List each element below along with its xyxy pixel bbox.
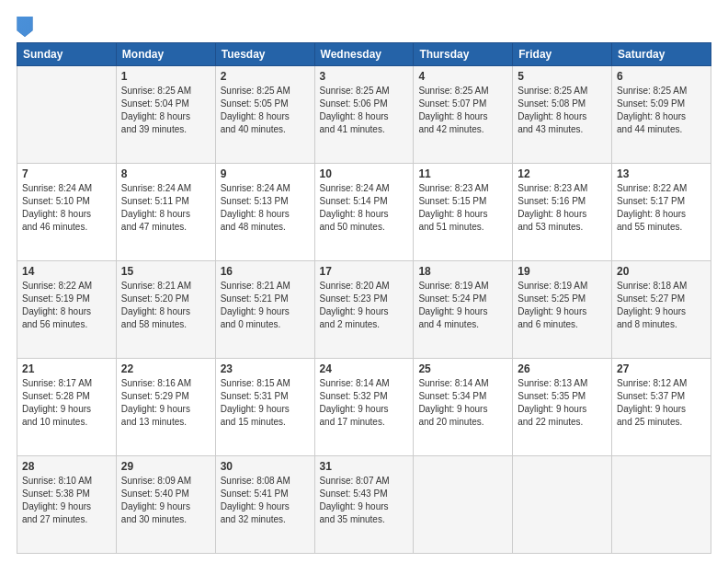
day-info: Sunrise: 8:25 AM Sunset: 5:05 PM Dayligh… [221, 85, 310, 136]
day-info: Sunrise: 8:19 AM Sunset: 5:24 PM Dayligh… [418, 280, 507, 331]
day-info: Sunrise: 8:12 AM Sunset: 5:37 PM Dayligh… [617, 377, 706, 429]
day-cell: 24Sunrise: 8:14 AM Sunset: 5:32 PM Dayli… [314, 359, 414, 456]
day-number: 17 [320, 265, 409, 278]
day-cell: 9Sunrise: 8:24 AM Sunset: 5:13 PM Daylig… [215, 164, 314, 261]
week-row-2: 7Sunrise: 8:24 AM Sunset: 5:10 PM Daylig… [17, 164, 711, 261]
day-info: Sunrise: 8:24 AM Sunset: 5:14 PM Dayligh… [320, 182, 409, 234]
day-number: 4 [418, 70, 507, 83]
day-number: 28 [22, 460, 111, 473]
day-info: Sunrise: 8:25 AM Sunset: 5:07 PM Dayligh… [418, 85, 507, 136]
header-day-saturday: Saturday [612, 43, 711, 66]
day-cell: 11Sunrise: 8:23 AM Sunset: 5:15 PM Dayli… [414, 164, 513, 261]
day-number: 15 [121, 265, 210, 278]
day-cell [513, 456, 612, 554]
calendar: SundayMondayTuesdayWednesdayThursdayFrid… [17, 42, 711, 554]
day-cell: 15Sunrise: 8:21 AM Sunset: 5:20 PM Dayli… [116, 261, 215, 359]
day-cell: 18Sunrise: 8:19 AM Sunset: 5:24 PM Dayli… [414, 261, 513, 359]
day-number: 18 [418, 265, 507, 278]
day-number: 8 [121, 167, 210, 180]
day-number: 22 [121, 362, 210, 375]
header-row: SundayMondayTuesdayWednesdayThursdayFrid… [17, 43, 711, 66]
day-cell: 4Sunrise: 8:25 AM Sunset: 5:07 PM Daylig… [414, 66, 513, 164]
day-info: Sunrise: 8:21 AM Sunset: 5:21 PM Dayligh… [221, 280, 310, 331]
week-row-1: 1Sunrise: 8:25 AM Sunset: 5:04 PM Daylig… [17, 66, 711, 164]
day-info: Sunrise: 8:25 AM Sunset: 5:09 PM Dayligh… [617, 85, 706, 136]
day-info: Sunrise: 8:24 AM Sunset: 5:13 PM Dayligh… [221, 182, 310, 234]
day-cell: 2Sunrise: 8:25 AM Sunset: 5:05 PM Daylig… [215, 66, 314, 164]
day-cell: 10Sunrise: 8:24 AM Sunset: 5:14 PM Dayli… [314, 164, 414, 261]
day-number: 5 [518, 70, 607, 83]
day-info: Sunrise: 8:23 AM Sunset: 5:16 PM Dayligh… [518, 182, 607, 234]
day-number: 12 [518, 167, 607, 180]
day-info: Sunrise: 8:23 AM Sunset: 5:15 PM Dayligh… [418, 182, 507, 234]
day-cell [414, 456, 513, 554]
day-number: 10 [320, 167, 409, 180]
day-cell: 14Sunrise: 8:22 AM Sunset: 5:19 PM Dayli… [17, 261, 117, 359]
day-info: Sunrise: 8:08 AM Sunset: 5:41 PM Dayligh… [221, 475, 310, 526]
logo-icon [17, 17, 33, 37]
header-day-tuesday: Tuesday [215, 43, 314, 66]
day-cell: 22Sunrise: 8:16 AM Sunset: 5:29 PM Dayli… [116, 359, 215, 456]
day-cell: 26Sunrise: 8:13 AM Sunset: 5:35 PM Dayli… [513, 359, 612, 456]
week-row-4: 21Sunrise: 8:17 AM Sunset: 5:28 PM Dayli… [17, 359, 711, 456]
day-info: Sunrise: 8:22 AM Sunset: 5:19 PM Dayligh… [22, 280, 111, 331]
day-info: Sunrise: 8:25 AM Sunset: 5:08 PM Dayligh… [518, 85, 607, 136]
day-number: 29 [121, 460, 210, 473]
day-cell: 17Sunrise: 8:20 AM Sunset: 5:23 PM Dayli… [314, 261, 414, 359]
day-number: 1 [121, 70, 210, 83]
calendar-header: SundayMondayTuesdayWednesdayThursdayFrid… [17, 43, 711, 66]
day-info: Sunrise: 8:20 AM Sunset: 5:23 PM Dayligh… [320, 280, 409, 331]
day-info: Sunrise: 8:17 AM Sunset: 5:28 PM Dayligh… [22, 377, 111, 429]
day-cell [612, 456, 711, 554]
header-day-wednesday: Wednesday [314, 43, 414, 66]
day-cell: 25Sunrise: 8:14 AM Sunset: 5:34 PM Dayli… [414, 359, 513, 456]
day-cell: 12Sunrise: 8:23 AM Sunset: 5:16 PM Dayli… [513, 164, 612, 261]
day-info: Sunrise: 8:15 AM Sunset: 5:31 PM Dayligh… [221, 377, 310, 429]
day-cell: 23Sunrise: 8:15 AM Sunset: 5:31 PM Dayli… [215, 359, 314, 456]
header-day-sunday: Sunday [17, 43, 117, 66]
day-cell: 20Sunrise: 8:18 AM Sunset: 5:27 PM Dayli… [612, 261, 711, 359]
day-cell: 28Sunrise: 8:10 AM Sunset: 5:38 PM Dayli… [17, 456, 117, 554]
day-cell: 19Sunrise: 8:19 AM Sunset: 5:25 PM Dayli… [513, 261, 612, 359]
day-number: 6 [617, 70, 706, 83]
day-info: Sunrise: 8:07 AM Sunset: 5:43 PM Dayligh… [320, 475, 409, 526]
week-row-5: 28Sunrise: 8:10 AM Sunset: 5:38 PM Dayli… [17, 456, 711, 554]
day-number: 3 [320, 70, 409, 83]
page: SundayMondayTuesdayWednesdayThursdayFrid… [0, 0, 728, 563]
day-cell: 7Sunrise: 8:24 AM Sunset: 5:10 PM Daylig… [17, 164, 117, 261]
day-number: 16 [221, 265, 310, 278]
logo [17, 17, 35, 37]
svg-marker-1 [17, 17, 33, 37]
day-number: 26 [518, 362, 607, 375]
day-info: Sunrise: 8:18 AM Sunset: 5:27 PM Dayligh… [617, 280, 706, 331]
day-number: 30 [221, 460, 310, 473]
day-number: 21 [22, 362, 111, 375]
day-info: Sunrise: 8:16 AM Sunset: 5:29 PM Dayligh… [121, 377, 210, 429]
day-info: Sunrise: 8:19 AM Sunset: 5:25 PM Dayligh… [518, 280, 607, 331]
day-number: 2 [221, 70, 310, 83]
day-cell: 3Sunrise: 8:25 AM Sunset: 5:06 PM Daylig… [314, 66, 414, 164]
day-info: Sunrise: 8:09 AM Sunset: 5:40 PM Dayligh… [121, 475, 210, 526]
day-info: Sunrise: 8:13 AM Sunset: 5:35 PM Dayligh… [518, 377, 607, 429]
day-cell: 31Sunrise: 8:07 AM Sunset: 5:43 PM Dayli… [314, 456, 414, 554]
header-day-thursday: Thursday [414, 43, 513, 66]
header-day-monday: Monday [116, 43, 215, 66]
day-number: 27 [617, 362, 706, 375]
day-cell: 16Sunrise: 8:21 AM Sunset: 5:21 PM Dayli… [215, 261, 314, 359]
calendar-body: 1Sunrise: 8:25 AM Sunset: 5:04 PM Daylig… [17, 66, 711, 554]
day-info: Sunrise: 8:24 AM Sunset: 5:10 PM Dayligh… [22, 182, 111, 234]
day-cell: 29Sunrise: 8:09 AM Sunset: 5:40 PM Dayli… [116, 456, 215, 554]
day-number: 25 [418, 362, 507, 375]
day-cell: 21Sunrise: 8:17 AM Sunset: 5:28 PM Dayli… [17, 359, 117, 456]
day-number: 19 [518, 265, 607, 278]
day-number: 31 [320, 460, 409, 473]
header [17, 17, 711, 37]
day-info: Sunrise: 8:14 AM Sunset: 5:34 PM Dayligh… [418, 377, 507, 429]
day-info: Sunrise: 8:22 AM Sunset: 5:17 PM Dayligh… [617, 182, 706, 234]
week-row-3: 14Sunrise: 8:22 AM Sunset: 5:19 PM Dayli… [17, 261, 711, 359]
day-number: 24 [320, 362, 409, 375]
day-info: Sunrise: 8:14 AM Sunset: 5:32 PM Dayligh… [320, 377, 409, 429]
day-number: 20 [617, 265, 706, 278]
day-number: 7 [22, 167, 111, 180]
day-cell: 1Sunrise: 8:25 AM Sunset: 5:04 PM Daylig… [116, 66, 215, 164]
